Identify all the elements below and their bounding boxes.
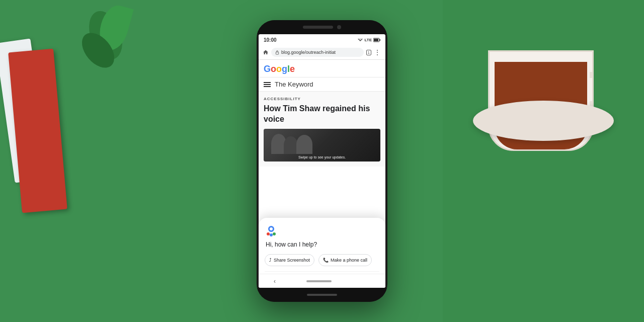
book-red <box>8 49 67 213</box>
article-title: How Tim Shaw regained his voice <box>264 104 380 125</box>
share-icon: ⤴ <box>269 258 272 263</box>
speaker <box>303 26 333 29</box>
site-nav-title: The Keyword <box>275 80 313 88</box>
svg-rect-3 <box>374 39 378 41</box>
cup-saucer <box>473 101 614 141</box>
svg-rect-4 <box>379 39 380 41</box>
battery-icon <box>373 38 380 42</box>
lock-icon <box>275 50 279 55</box>
make-phone-call-label: Make a phone call <box>331 258 367 263</box>
camera <box>337 25 341 29</box>
books-decoration <box>0 0 151 322</box>
article-category: ACCESSIBILITY <box>264 97 380 101</box>
svg-point-10 <box>270 227 273 230</box>
person-silhouette3 <box>296 135 312 154</box>
phone-screen: 10:00 LTE blog.google/outreach-initiat 1… <box>259 34 385 288</box>
status-icons: LTE <box>358 37 380 42</box>
article-content: ACCESSIBILITY How Tim Shaw regained his … <box>259 92 385 167</box>
wifi-icon <box>358 37 363 42</box>
google-logo-area: Google <box>259 60 385 77</box>
assistant-header <box>265 224 379 237</box>
home-icon[interactable] <box>263 49 269 55</box>
google-logo: Google <box>264 64 380 74</box>
tea-area <box>443 0 644 322</box>
article-image: Swipe up to see your updates. <box>264 129 380 162</box>
home-indicator <box>307 294 337 296</box>
address-bar[interactable]: blog.google/outreach-initiat <box>271 48 364 57</box>
phone-body: 10:00 LTE blog.google/outreach-initiat 1… <box>257 20 387 302</box>
lte-label: LTE <box>364 38 372 42</box>
phone-icon: 📞 <box>323 258 329 263</box>
phone: 10:00 LTE blog.google/outreach-initiat 1… <box>257 20 387 302</box>
tab-count-icon[interactable]: 1 <box>366 50 371 55</box>
make-phone-call-btn[interactable]: 📞 Make a phone call <box>318 254 372 266</box>
phone-bottom-bar <box>257 288 387 302</box>
svg-point-9 <box>273 232 276 235</box>
assistant-suggestions: ⤴ Share Screenshot 📞 Make a phone call <box>265 254 379 266</box>
phone-top-bar <box>257 20 387 34</box>
hamburger-icon[interactable] <box>264 82 271 87</box>
cup-handle <box>590 72 594 107</box>
back-button[interactable]: ‹ <box>274 278 276 285</box>
more-menu-icon[interactable]: ⋮ <box>374 48 381 56</box>
status-bar: 10:00 LTE <box>259 34 385 45</box>
android-nav-bar: ‹ ⬜ <box>259 274 385 288</box>
address-text: blog.google/outreach-initiat <box>281 50 360 55</box>
webpage: Google The Keyword ACCESSIBILITY How Tim… <box>259 60 385 288</box>
person-silhouette2 <box>284 136 298 154</box>
assistant-logo-icon <box>265 224 278 237</box>
share-screenshot-label: Share Screenshot <box>274 258 310 263</box>
svg-rect-5 <box>276 52 278 54</box>
site-nav-bar: The Keyword <box>259 77 385 92</box>
home-pill[interactable] <box>306 280 332 282</box>
browser-bar[interactable]: blog.google/outreach-initiat 1 ⋮ <box>259 45 385 60</box>
share-screenshot-btn[interactable]: ⤴ Share Screenshot <box>265 254 314 266</box>
svg-point-7 <box>267 232 270 235</box>
status-time: 10:00 <box>264 37 277 43</box>
assistant-greeting: Hi, how can I help? <box>265 241 379 248</box>
swipe-hint: Swipe up to see your updates. <box>264 155 380 159</box>
svg-point-8 <box>270 233 273 236</box>
